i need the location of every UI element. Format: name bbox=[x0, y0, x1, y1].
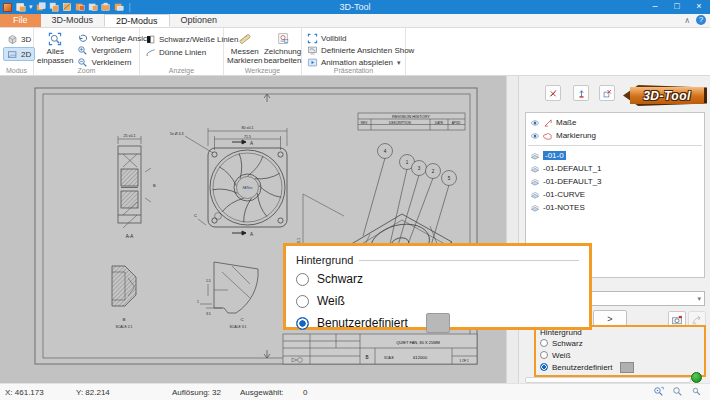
tab-file[interactable]: File bbox=[0, 14, 41, 27]
qat-icon[interactable] bbox=[49, 2, 59, 12]
popup-radio-custom[interactable]: Benutzerdefiniert bbox=[296, 312, 579, 334]
fullscreen-icon bbox=[307, 33, 318, 44]
fit-all-button[interactable]: Alles einpassen bbox=[37, 30, 73, 65]
ribbon-tab-bar: File 3D-Modus 2D-Modus Optionen ∧ ? bbox=[0, 14, 710, 28]
delete-marking-button[interactable] bbox=[599, 85, 615, 101]
radio-black[interactable]: Schwarz bbox=[540, 337, 700, 349]
layer-icon bbox=[530, 190, 540, 200]
titleblock-sheet: 1 OF 1 bbox=[459, 359, 469, 363]
group-anzeige: Schwarz/Weiße Linien Dünne Linien Anzeig… bbox=[140, 28, 224, 75]
tab-optionen[interactable]: Optionen bbox=[170, 14, 229, 27]
tree-item[interactable]: -01-DEFAULT_1 bbox=[526, 162, 704, 175]
camera-save-icon bbox=[671, 314, 683, 326]
layer-row-masse[interactable]: Maße bbox=[526, 116, 704, 129]
titleblock-size: B bbox=[365, 355, 368, 360]
collapse-ribbon-icon[interactable]: ∧ bbox=[684, 16, 690, 25]
cube-icon bbox=[7, 34, 18, 45]
label-detail-b-scale: SCALE 2:1 bbox=[116, 325, 133, 329]
group-werkzeuge: Messen Markieren Zeichnung bearbeiten We… bbox=[224, 28, 302, 75]
status-ready-indicator bbox=[691, 372, 702, 383]
qat-icon[interactable] bbox=[62, 2, 72, 12]
revision-col-desc: DESCRIPTION bbox=[389, 121, 411, 125]
status-selected-label: Ausgewählt: bbox=[240, 388, 284, 397]
layer-row-markierung[interactable]: Markierung bbox=[526, 129, 704, 142]
group-zoom: Alles einpassen Vorherige Ansicht Vergrö… bbox=[34, 28, 140, 75]
balloon: 4 bbox=[384, 149, 387, 154]
qat-open-icon[interactable] bbox=[16, 2, 26, 12]
edit-drawing-icon bbox=[274, 32, 292, 46]
titleblock-title: QUIET FAN, 80 X 25MM bbox=[396, 340, 440, 345]
radio-selected-icon[interactable] bbox=[540, 363, 548, 371]
close-button[interactable]: × bbox=[688, 0, 710, 14]
group-praesentation: Vollbild Definierte Ansichten Show Anima… bbox=[302, 28, 406, 75]
layer-icon bbox=[530, 164, 540, 174]
panel-splitter[interactable]: ◂ bbox=[506, 76, 519, 383]
tab-3d-modus[interactable]: 3D-Modus bbox=[41, 14, 105, 27]
eye-icon[interactable] bbox=[530, 118, 540, 128]
help-icon[interactable]: ? bbox=[696, 15, 706, 25]
balloon: 2 bbox=[432, 169, 435, 174]
dim-fan-width: 80 ±0.1 bbox=[242, 126, 254, 130]
qat-icon[interactable] bbox=[88, 2, 98, 12]
status-resolution: Auflösung: 32 bbox=[172, 388, 221, 397]
combo-caret-icon: ▾ bbox=[697, 295, 701, 303]
plane-icon bbox=[7, 49, 18, 60]
minimize-button[interactable]: – bbox=[644, 0, 666, 14]
status-zoom-out-icon[interactable] bbox=[691, 386, 702, 397]
radio-icon[interactable] bbox=[296, 295, 309, 308]
tree-item[interactable]: -01-0 bbox=[526, 149, 704, 162]
qat-icon[interactable] bbox=[36, 2, 46, 12]
measure-mark-button[interactable]: Messen Markieren bbox=[227, 30, 263, 65]
drawing-canvas[interactable]: REVISION HISTORY REV DESCRIPTION DATE AP… bbox=[0, 76, 506, 383]
titleblock-scale: SCALE bbox=[384, 356, 394, 360]
delete-dimensions-icon bbox=[548, 88, 559, 99]
technical-drawing: REVISION HISTORY REV DESCRIPTION DATE AP… bbox=[0, 76, 506, 383]
brand-logo: 3D-Tool bbox=[623, 83, 707, 108]
group-label-praesentation: Präsentation bbox=[302, 67, 405, 74]
edit-drawing-button[interactable]: Zeichnung bearbeiten bbox=[265, 30, 301, 65]
qat-icon[interactable] bbox=[75, 2, 85, 12]
radio-white[interactable]: Weiß bbox=[540, 349, 700, 361]
balloon: 3 bbox=[418, 166, 421, 171]
status-zoom-fit-icon[interactable] bbox=[653, 386, 664, 397]
radio-custom[interactable]: Benutzerdefiniert bbox=[540, 361, 700, 373]
group-label-werkzeuge: Werkzeuge bbox=[224, 67, 301, 74]
delete-marking-icon bbox=[602, 88, 613, 99]
status-x-coordinate: X: 461.173 bbox=[5, 388, 44, 397]
mode-2d-button[interactable]: 2D bbox=[3, 47, 35, 61]
restore-view-icon bbox=[691, 314, 703, 326]
qat-icon[interactable] bbox=[114, 2, 124, 12]
tab-2d-modus[interactable]: 2D-Modus bbox=[104, 14, 170, 27]
label-detail-c-scale: SCALE 3:1 bbox=[230, 325, 247, 329]
group-label-zoom: Zoom bbox=[34, 67, 139, 74]
mode-3d-button[interactable]: 3D bbox=[3, 32, 35, 46]
tree-item[interactable]: -01-NOTES bbox=[526, 201, 704, 214]
radio-icon[interactable] bbox=[296, 273, 309, 286]
radio-selected-icon[interactable] bbox=[296, 317, 309, 330]
status-bar: X: 461.173 Y: 82.214 Auflösung: 32 Ausge… bbox=[0, 383, 710, 400]
ruler-icon bbox=[236, 32, 254, 46]
custom-color-swatch[interactable] bbox=[620, 362, 634, 373]
fullscreen-button[interactable]: Vollbild bbox=[305, 33, 416, 44]
status-y-coordinate: Y: 82.214 bbox=[76, 388, 110, 397]
hide-dimensions-button[interactable] bbox=[545, 85, 561, 101]
group-label-anzeige: Anzeige bbox=[140, 67, 223, 74]
tree-item[interactable]: -01-DEFAULT_3 bbox=[526, 175, 704, 188]
dimension-tool-button[interactable] bbox=[573, 85, 589, 101]
qat-icon[interactable] bbox=[101, 2, 111, 12]
tree-item[interactable]: -01-CURVE bbox=[526, 188, 704, 201]
popup-radio-black[interactable]: Schwarz bbox=[296, 268, 579, 290]
play-animation-dropdown-icon[interactable]: ▾ bbox=[397, 59, 401, 67]
defined-views-show-button[interactable]: Definierte Ansichten Show bbox=[305, 45, 416, 56]
status-zoom-in-icon[interactable] bbox=[672, 386, 683, 397]
quick-access-toolbar: ▾ | bbox=[16, 2, 131, 12]
layer-icon bbox=[530, 203, 540, 213]
label-c-ref: C bbox=[194, 213, 197, 218]
maximize-button[interactable]: □ bbox=[666, 0, 688, 14]
radio-icon[interactable] bbox=[540, 351, 548, 359]
eye-icon[interactable] bbox=[530, 131, 540, 141]
custom-color-swatch[interactable] bbox=[426, 313, 450, 333]
qat-dropdown-icon[interactable]: ▾ bbox=[29, 3, 33, 11]
popup-radio-white[interactable]: Weiß bbox=[296, 290, 579, 312]
radio-icon[interactable] bbox=[540, 339, 548, 347]
